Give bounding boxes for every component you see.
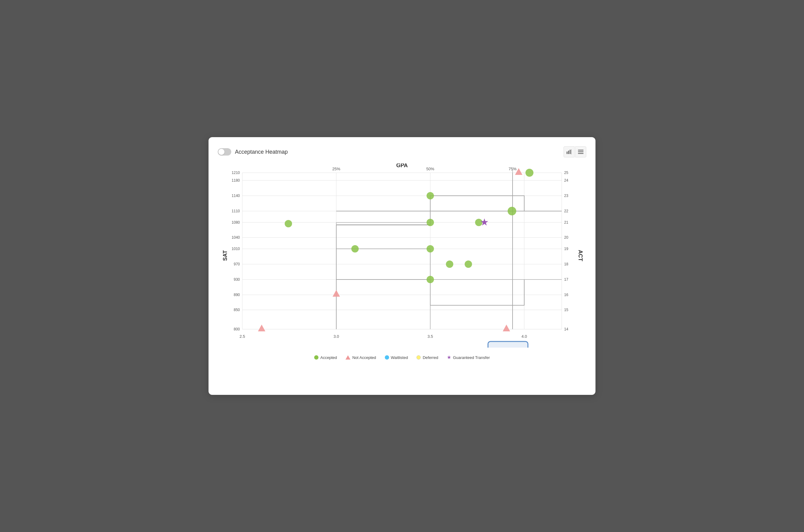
legend-deferred-icon xyxy=(417,355,421,360)
svg-rect-1 xyxy=(568,151,569,154)
view-toggle-buttons xyxy=(564,146,586,157)
svg-text:19: 19 xyxy=(564,247,568,251)
svg-text:1210: 1210 xyxy=(232,171,240,175)
legend-waitlisted-label: Waitlisted xyxy=(391,355,408,360)
svg-point-79 xyxy=(465,261,472,268)
svg-point-74 xyxy=(426,219,434,226)
header: Acceptance Heatmap xyxy=(218,146,586,157)
svg-text:50%: 50% xyxy=(426,167,434,171)
svg-text:ACT: ACT xyxy=(577,250,584,261)
legend-waitlisted-icon xyxy=(385,355,389,360)
svg-rect-6 xyxy=(578,153,584,154)
svg-text:2.5: 2.5 xyxy=(240,334,245,339)
svg-rect-5 xyxy=(578,152,584,152)
svg-text:1080: 1080 xyxy=(232,220,240,225)
svg-text:850: 850 xyxy=(234,308,240,312)
legend-not-accepted: Not Accepted xyxy=(346,355,376,360)
legend-accepted: Accepted xyxy=(314,355,337,360)
svg-text:★: ★ xyxy=(480,216,489,228)
header-left: Acceptance Heatmap xyxy=(218,148,288,155)
svg-rect-3 xyxy=(571,149,571,154)
legend-guaranteed-transfer: ★ Guaranteed Transfer xyxy=(447,355,490,360)
svg-marker-85 xyxy=(503,325,510,331)
svg-text:930: 930 xyxy=(234,277,240,282)
main-window: Acceptance Heatmap xyxy=(208,137,596,395)
svg-point-78 xyxy=(446,261,453,268)
svg-text:SAT: SAT xyxy=(222,250,228,261)
svg-text:23: 23 xyxy=(564,194,568,198)
svg-text:16: 16 xyxy=(564,293,568,297)
legend-deferred-label: Deferred xyxy=(423,355,438,360)
svg-text:15: 15 xyxy=(564,308,568,312)
legend-accepted-icon xyxy=(314,355,318,360)
svg-rect-89 xyxy=(488,341,528,348)
legend-not-accepted-icon xyxy=(346,355,350,360)
legend-accepted-label: Accepted xyxy=(320,355,337,360)
svg-marker-84 xyxy=(258,325,265,331)
legend-not-accepted-label: Not Accepted xyxy=(352,355,376,360)
svg-text:1010: 1010 xyxy=(232,247,240,251)
svg-rect-4 xyxy=(578,150,584,151)
svg-text:22: 22 xyxy=(564,209,568,213)
svg-text:18: 18 xyxy=(564,262,568,266)
svg-text:1180: 1180 xyxy=(232,178,240,183)
svg-marker-83 xyxy=(333,290,340,297)
legend-guaranteed-transfer-icon: ★ xyxy=(447,355,451,360)
legend-waitlisted: Waitlisted xyxy=(385,355,408,360)
svg-text:3.0: 3.0 xyxy=(333,334,339,339)
legend-deferred: Deferred xyxy=(417,355,438,360)
svg-text:4.0: 4.0 xyxy=(522,334,527,339)
svg-text:17: 17 xyxy=(564,277,568,282)
svg-point-76 xyxy=(426,245,434,252)
svg-text:3.5: 3.5 xyxy=(427,334,433,339)
svg-rect-0 xyxy=(567,152,568,154)
svg-text:GPA: GPA xyxy=(396,164,408,168)
svg-text:75%: 75% xyxy=(509,167,516,171)
svg-point-73 xyxy=(426,192,434,200)
chart-svg: 25% 50% 75% GPA 2.5 3.0 3.5 4.0 SAT 800 … xyxy=(218,164,586,348)
svg-point-80 xyxy=(426,276,434,283)
legend-guaranteed-transfer-label: Guaranteed Transfer xyxy=(453,355,490,360)
toggle-switch[interactable] xyxy=(218,148,231,155)
list-view-button[interactable] xyxy=(575,146,586,157)
page-title: Acceptance Heatmap xyxy=(235,149,288,155)
svg-point-88 xyxy=(526,169,533,177)
svg-point-82 xyxy=(285,220,292,227)
svg-rect-2 xyxy=(570,150,571,154)
svg-point-77 xyxy=(351,245,359,252)
svg-text:21: 21 xyxy=(564,220,568,225)
chart-container: 25% 50% 75% GPA 2.5 3.0 3.5 4.0 SAT 800 … xyxy=(218,164,586,348)
svg-point-75 xyxy=(508,207,516,215)
svg-text:1040: 1040 xyxy=(232,235,240,240)
svg-text:890: 890 xyxy=(234,293,240,297)
svg-text:1140: 1140 xyxy=(232,194,240,198)
svg-text:970: 970 xyxy=(234,262,240,266)
svg-text:25%: 25% xyxy=(332,167,340,171)
svg-text:800: 800 xyxy=(234,327,240,331)
svg-text:1110: 1110 xyxy=(232,209,240,213)
svg-text:25: 25 xyxy=(564,171,568,175)
chart-legend: Accepted Not Accepted Waitlisted Deferre… xyxy=(218,355,586,360)
svg-text:20: 20 xyxy=(564,235,568,240)
svg-text:14: 14 xyxy=(564,327,568,331)
chart-view-button[interactable] xyxy=(564,146,574,157)
svg-text:24: 24 xyxy=(564,178,568,183)
